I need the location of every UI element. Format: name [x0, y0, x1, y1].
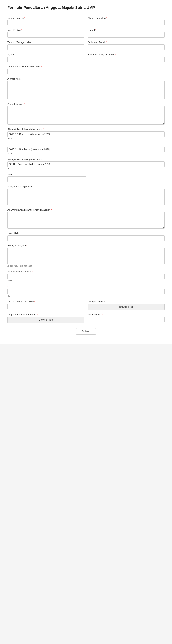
- input-nama-ibu[interactable]: [8, 289, 164, 294]
- group-orangtua-ayah: Nama Orangtua / Wali* Ayah: [8, 270, 164, 282]
- row-riwayat-sd: Riwayat Pendidikan (tahun lulus)* SD: [8, 158, 164, 170]
- group-unggah-bukti: Unggah Bukti Pembayaran* Browse Files: [8, 313, 84, 323]
- label-hp-orangtua: No. HP Orang Tua / Wali*: [8, 300, 84, 303]
- row-orangtua-ibu-section: * Ibu: [8, 285, 164, 297]
- label-motto: Motto Hidup*: [8, 232, 164, 235]
- group-motto: Motto Hidup*: [8, 232, 164, 241]
- row-riwayat-sma: Riwayat Pendidikan (tahun lulus)* SMA: [8, 128, 164, 140]
- label-nama-lengkap: Nama Lengkap*: [8, 16, 84, 19]
- label-agama: Agama*: [8, 53, 84, 56]
- group-alamat-kost: Alamat Kost: [8, 78, 164, 99]
- group-alamat-rumah: Alamat Rumah*: [8, 103, 164, 124]
- row-motto: Motto Hidup*: [8, 232, 164, 241]
- row-riwayat-smp-section: * SMP: [8, 143, 164, 155]
- group-goldar: Golongan Darah*: [88, 41, 164, 50]
- label-nim: Nomor Induk Mahasiswa / NIM*: [8, 65, 86, 68]
- label-riwayat-sd: Riwayat Pendidikan (tahun lulus)*: [8, 158, 164, 161]
- group-nim: Nomor Induk Mahasiswa / NIM*: [8, 65, 86, 74]
- row-pengalaman: Pengalaman Organisasi: [8, 185, 164, 205]
- submit-button[interactable]: Submit: [76, 328, 96, 334]
- group-nim-spacer: [90, 65, 164, 74]
- row-nama: Nama Lengkap* Nama Panggilan*: [8, 16, 164, 26]
- input-riwayat-smp[interactable]: [8, 146, 164, 152]
- row-bukti-kwitansi: Unggah Bukti Pembayaran* Browse Files No…: [8, 313, 164, 323]
- submit-row: Submit: [8, 328, 164, 334]
- input-fakultas[interactable]: [88, 56, 164, 62]
- label-ttl: Tempat, Tanggal Lahir*: [8, 41, 84, 44]
- browse-files-foto-button[interactable]: Browse Files: [88, 304, 164, 310]
- input-no-hp[interactable]: [8, 32, 84, 38]
- group-hobi-spacer: [90, 173, 164, 182]
- label-no-hp: No. HP / WA*: [8, 29, 84, 32]
- label-riwayat-sma: Riwayat Pendidikan (tahun lulus)*: [8, 128, 164, 131]
- group-email: E-mail*: [88, 29, 164, 38]
- row-nim: Nomor Induk Mahasiswa / NIM*: [8, 65, 164, 74]
- input-ttl[interactable]: [8, 44, 84, 50]
- row-hobi: Hobi: [8, 173, 164, 182]
- row-alamat-rumah: Alamat Rumah*: [8, 103, 164, 124]
- input-riwayat-sd[interactable]: [8, 162, 164, 167]
- title-divider: [8, 12, 164, 12]
- label-penyakit: Riwayat Penyakit*: [8, 244, 164, 247]
- group-no-kwitansi: No. Kwitansi*: [88, 313, 164, 323]
- group-mapala: Apa yang anda ketahui tentang Mapala?*: [8, 208, 164, 228]
- input-nama-ayah[interactable]: [8, 274, 164, 279]
- label-email: E-mail*: [88, 29, 164, 32]
- textarea-penyakit[interactable]: [8, 248, 164, 264]
- group-no-hp: No. HP / WA*: [8, 29, 84, 38]
- row-penyakit: Riwayat Penyakit* Isi dengan (-) bila ti…: [8, 244, 164, 267]
- row-hp-email: No. HP / WA* E-mail*: [8, 29, 164, 38]
- input-motto[interactable]: [8, 235, 164, 241]
- input-nama-lengkap[interactable]: [8, 20, 84, 26]
- input-goldar[interactable]: [88, 44, 164, 50]
- form-title: Formulir Pendaftaran Anggota Mapala Satr…: [8, 6, 164, 10]
- sublabel-sma: SMA: [8, 137, 164, 140]
- browse-files-bukti-button[interactable]: Browse Files: [8, 317, 84, 323]
- input-nama-panggilan[interactable]: [88, 20, 164, 26]
- group-fakultas: Fakultas / Program Studi*: [88, 53, 164, 62]
- group-agama: Agama*: [8, 53, 84, 62]
- row-hp-orangtua-foto: No. HP Orang Tua / Wali* Unggah Foto Dir…: [8, 300, 164, 310]
- group-ttl: Tempat, Tanggal Lahir*: [8, 41, 84, 50]
- input-email[interactable]: [88, 32, 164, 38]
- label-alamat-kost: Alamat Kost: [8, 78, 164, 80]
- input-hobi[interactable]: [8, 176, 86, 182]
- textarea-alamat-kost[interactable]: [8, 81, 164, 99]
- label-unggah-foto: Unggah Foto Diri*: [88, 300, 164, 303]
- input-agama[interactable]: [8, 56, 84, 62]
- sublabel-ibu: Ibu: [8, 295, 164, 297]
- required-star-ibu: *: [8, 285, 164, 288]
- input-no-kwitansi[interactable]: [88, 317, 164, 322]
- textarea-pengalaman[interactable]: [8, 188, 164, 205]
- label-goldar: Golongan Darah*: [88, 41, 164, 44]
- group-nama-lengkap: Nama Lengkap*: [8, 16, 84, 26]
- label-nama-panggilan: Nama Panggilan*: [88, 16, 164, 19]
- input-riwayat-sma[interactable]: [8, 132, 164, 137]
- row-orangtua-ayah: Nama Orangtua / Wali* Ayah: [8, 270, 164, 282]
- group-unggah-foto: Unggah Foto Diri* Browse Files: [88, 300, 164, 310]
- label-pengalaman: Pengalaman Organisasi: [8, 185, 164, 188]
- label-alamat-rumah: Alamat Rumah*: [8, 103, 164, 106]
- group-penyakit: Riwayat Penyakit* Isi dengan (-) bila ti…: [8, 244, 164, 267]
- label-unggah-bukti: Unggah Bukti Pembayaran*: [8, 313, 84, 316]
- group-riwayat-sd: Riwayat Pendidikan (tahun lulus)* SD: [8, 158, 164, 170]
- sublabel-smp: SMP: [8, 152, 164, 155]
- textarea-alamat-rumah[interactable]: [8, 106, 164, 124]
- group-hp-orangtua: No. HP Orang Tua / Wali*: [8, 300, 84, 310]
- label-hobi: Hobi: [8, 173, 86, 176]
- label-no-kwitansi: No. Kwitansi*: [88, 313, 164, 316]
- form-container: Formulir Pendaftaran Anggota Mapala Satr…: [0, 0, 172, 344]
- input-hp-orangtua[interactable]: [8, 304, 84, 309]
- input-nim[interactable]: [8, 69, 86, 74]
- label-mapala: Apa yang anda ketahui tentang Mapala?*: [8, 208, 164, 211]
- row-ttl-goldar: Tempat, Tanggal Lahir* Golongan Darah*: [8, 41, 164, 50]
- row-mapala: Apa yang anda ketahui tentang Mapala?*: [8, 208, 164, 228]
- sublabel-ayah: Ayah: [8, 280, 164, 282]
- hint-penyakit: Isi dengan (-) bila tidak ada: [8, 265, 164, 267]
- textarea-mapala[interactable]: [8, 212, 164, 228]
- group-pengalaman: Pengalaman Organisasi: [8, 185, 164, 205]
- row-agama-fakultas: Agama* Fakultas / Program Studi*: [8, 53, 164, 62]
- required-star-smp: *: [8, 143, 164, 146]
- label-fakultas: Fakultas / Program Studi*: [88, 53, 164, 56]
- row-alamat-kost: Alamat Kost: [8, 78, 164, 99]
